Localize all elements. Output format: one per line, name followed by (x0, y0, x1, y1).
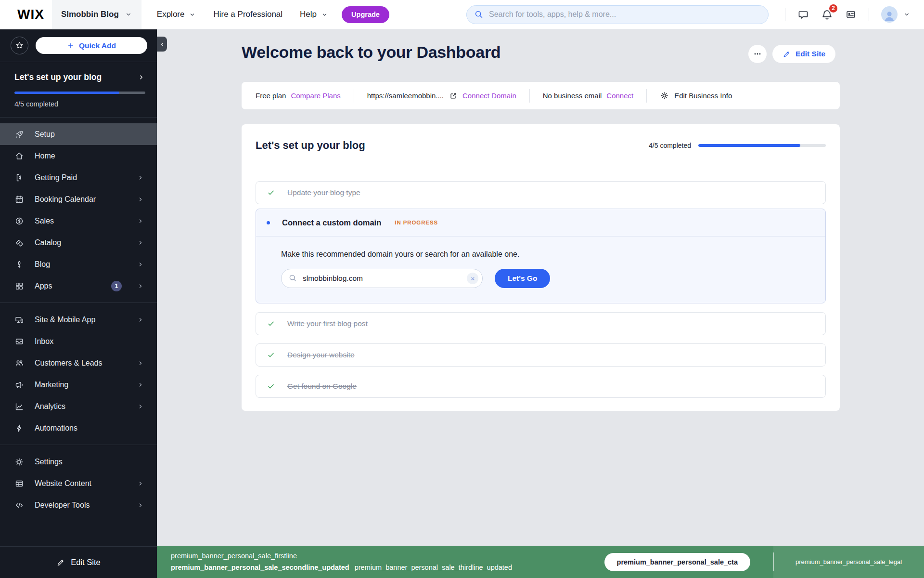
sidebar-item-label: Developer Tools (35, 501, 126, 510)
sidebar-item-label: Getting Paid (35, 173, 126, 182)
divider (0, 302, 157, 303)
chevron-down-icon (903, 11, 911, 18)
updates-button[interactable] (845, 9, 857, 20)
sidebar-item-customers-leads[interactable]: Customers & Leads (0, 352, 157, 374)
search-icon (474, 10, 484, 19)
task-get-found-on-google[interactable]: Get found on Google (256, 375, 826, 398)
favorites-button[interactable] (11, 37, 28, 54)
global-search-input[interactable] (466, 5, 769, 24)
more-actions-button[interactable] (748, 45, 767, 63)
nav-explore[interactable]: Explore (157, 10, 196, 19)
inbox-icon (14, 337, 24, 346)
pencil-icon (783, 50, 791, 58)
sidebar-item-inbox[interactable]: Inbox (0, 330, 157, 352)
page-title: Welcome back to your Dashboard (242, 43, 500, 62)
sidebar-item-blog[interactable]: Blog (0, 253, 157, 275)
external-link-icon[interactable] (449, 92, 458, 100)
chart-icon (14, 402, 24, 411)
divider (0, 445, 157, 445)
compare-plans-link[interactable]: Compare Plans (291, 92, 340, 100)
notification-badge: 2 (828, 3, 838, 13)
sidebar-top: Quick Add (0, 29, 157, 62)
domain-search-input[interactable] (281, 269, 483, 288)
task-design-your-website[interactable]: Design your website (256, 343, 826, 367)
sidebar-item-analytics[interactable]: Analytics (0, 395, 157, 417)
sidebar-item-marketing[interactable]: Marketing (0, 374, 157, 395)
check-icon (267, 382, 275, 391)
upgrade-button[interactable]: Upgrade (342, 6, 389, 23)
chevron-right-icon (137, 359, 144, 367)
banner-text: premium_banner_personal_sale_firstline p… (171, 551, 512, 573)
edit-business-info-button[interactable]: Edit Business Info (660, 91, 732, 100)
connect-domain-link[interactable]: Connect Domain (462, 92, 516, 100)
dollar-circle-icon (14, 216, 24, 226)
content-table-icon (14, 479, 24, 488)
chevron-down-icon (189, 11, 196, 18)
sidebar-nav: Setup Home Getting Paid Booking Calendar… (0, 118, 157, 516)
no-business-email-label: No business email (543, 92, 602, 100)
chevron-right-icon (137, 480, 144, 487)
sidebar-item-label: Website Content (35, 479, 126, 488)
sidebar-item-developer-tools[interactable]: Developer Tools (0, 494, 157, 516)
connect-email-link[interactable]: Connect (606, 92, 633, 100)
top-navigation: Explore Hire a Professional Help (157, 10, 328, 19)
chevron-left-icon (159, 41, 166, 48)
task-expanded-header[interactable]: Connect a custom domain IN PROGRESS (256, 209, 825, 236)
sidebar-item-automations[interactable]: Automations (0, 417, 157, 439)
sidebar-item-settings[interactable]: Settings (0, 451, 157, 473)
megaphone-icon (14, 380, 24, 390)
edit-site-button[interactable]: Edit Site (772, 45, 835, 63)
sidebar-item-label: Customers & Leads (35, 359, 126, 368)
chevron-right-icon (137, 217, 144, 225)
nav-hire-a-professional[interactable]: Hire a Professional (213, 10, 282, 19)
sidebar-item-label: Home (35, 152, 144, 160)
quick-add-label: Quick Add (79, 41, 116, 50)
banner-cta-button[interactable]: premium_banner_personal_sale_cta (604, 553, 750, 571)
check-icon (267, 319, 275, 328)
sidebar-item-catalog[interactable]: Catalog (0, 232, 157, 253)
lets-go-button[interactable]: Let's Go (495, 269, 550, 288)
avatar (881, 6, 898, 23)
sidebar-item-home[interactable]: Home (0, 145, 157, 167)
chevron-right-icon (137, 174, 144, 182)
plus-icon (67, 42, 75, 50)
sidebar-edit-site-button[interactable]: Edit Site (0, 546, 157, 578)
sidebar-item-site-mobile-app[interactable]: Site & Mobile App (0, 309, 157, 330)
sidebar-item-label: Sales (35, 217, 126, 225)
site-switcher-menu[interactable]: Slmobbin Blog (52, 0, 141, 29)
close-icon (470, 276, 475, 281)
sidebar-item-sales[interactable]: Sales (0, 210, 157, 232)
sidebar-item-getting-paid[interactable]: Getting Paid (0, 167, 157, 188)
chevron-right-icon (137, 282, 144, 290)
banner-legal-section: premium_banner_personal_sale_legal (773, 546, 924, 578)
sidebar-item-label: Booking Calendar (35, 195, 126, 204)
banner-legal-text: premium_banner_personal_sale_legal (796, 558, 902, 565)
setup-progress-label: 4/5 completed (14, 100, 145, 108)
clear-input-button[interactable] (467, 273, 478, 284)
account-menu[interactable] (881, 6, 911, 23)
divider (869, 8, 869, 21)
home-icon (14, 151, 24, 161)
nav-help-label: Help (300, 10, 317, 19)
news-card-icon (845, 9, 857, 20)
task-update-blog-type[interactable]: Update your blog type (256, 181, 826, 204)
chevron-right-icon (137, 316, 144, 324)
setup-card-progress-label: 4/5 completed (649, 142, 691, 149)
sidebar-item-setup[interactable]: Setup (0, 123, 157, 145)
domain-search-field (281, 269, 483, 288)
sidebar-item-website-content[interactable]: Website Content (0, 473, 157, 494)
notifications-button[interactable]: 2 (821, 9, 833, 21)
sidebar-collapse-button[interactable] (157, 37, 167, 52)
task-write-first-blog-post[interactable]: Write your first blog post (256, 312, 826, 335)
wix-dashboard: WIX Slmobbin Blog Explore Hire a Profess… (0, 0, 924, 578)
quick-add-button[interactable]: Quick Add (36, 37, 147, 54)
sidebar-setup-progress[interactable]: Let's set up your blog 4/5 completed (0, 62, 157, 117)
site-switcher-label: Slmobbin Blog (61, 10, 119, 19)
chevron-down-icon (125, 11, 132, 18)
sidebar-item-apps[interactable]: Apps 1 (0, 275, 157, 297)
edit-site-label: Edit Site (796, 50, 825, 58)
search-icon (288, 274, 297, 283)
sidebar-item-booking-calendar[interactable]: Booking Calendar (0, 188, 157, 210)
nav-help[interactable]: Help (300, 10, 328, 19)
chat-button[interactable] (797, 9, 809, 20)
